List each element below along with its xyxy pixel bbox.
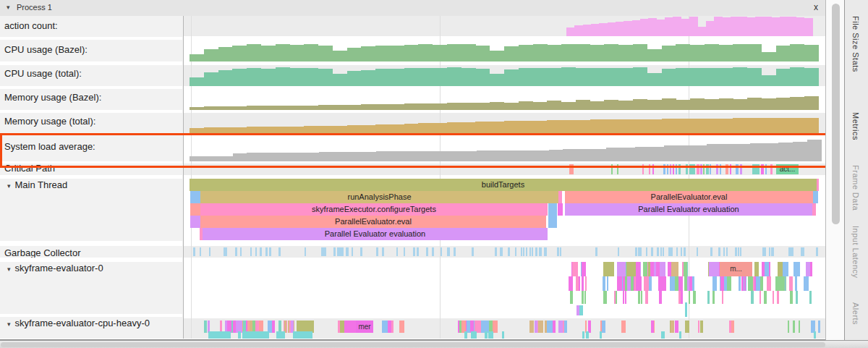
trace-event[interactable] [722,291,723,304]
trace-event[interactable] [293,331,299,339]
chart-bar-action-count[interactable] [599,23,608,36]
collapse-arrow-icon[interactable]: ▾ [7,182,11,190]
chart-bar-memory-usage-total-[interactable] [633,119,647,134]
chart-bar-cpu-usage-bazel-[interactable] [690,45,705,61]
chart-bar-cpu-usage-total-[interactable] [647,73,662,86]
trace-bar[interactable] [817,179,819,191]
chart-bar-memory-usage-total-[interactable] [690,119,705,134]
chart-bar-cpu-usage-bazel-[interactable] [590,45,605,61]
chart-bar-action-count[interactable] [681,19,690,36]
trace-event[interactable] [783,262,788,276]
chart-bar-cpu-usage-bazel-[interactable] [762,52,776,61]
chart-bar-memory-usage-total-[interactable] [333,126,347,134]
chart-bar-cpu-usage-total-[interactable] [662,69,676,86]
chart-bar-memory-usage-total-[interactable] [776,118,791,134]
close-icon[interactable]: x [812,2,820,12]
horizontal-scrollbar-thumb[interactable] [1,342,825,347]
trace-bar[interactable] [190,191,200,203]
trace-event[interactable] [643,262,647,276]
chart-bar-cpu-usage-bazel-[interactable] [662,46,676,61]
chart-bar-memory-usage-total-[interactable] [461,122,476,134]
trace-event[interactable] [585,276,587,291]
chart-bar-cpu-usage-bazel-[interactable] [461,44,476,61]
chart-bar-action-count[interactable] [739,17,747,36]
chart-bar-memory-usage-total-[interactable] [519,121,533,134]
critical-path-event[interactable] [765,164,767,174]
trace-event[interactable] [777,291,778,304]
chart-bar-system-load-average[interactable] [190,156,204,161]
trace-event[interactable] [675,321,678,333]
chart-bar-system-load-average[interactable] [477,150,491,161]
trace-event[interactable] [321,247,323,256]
chart-bar-system-load-average[interactable] [650,147,664,161]
trace-event[interactable] [265,247,267,256]
chart-bar-cpu-usage-bazel-[interactable] [333,51,347,61]
chart-bar-cpu-usage-bazel-[interactable] [733,44,747,61]
trace-bar[interactable] [558,203,563,216]
trace-event[interactable] [738,247,739,256]
chart-bar-action-count[interactable] [632,20,641,36]
trace-event[interactable] [765,262,769,276]
chart-bar-system-load-average[interactable] [736,144,750,161]
chart-bar-action-count[interactable] [566,27,575,36]
trace-event[interactable] [607,276,609,291]
chart-bar-cpu-usage-bazel-[interactable] [790,44,804,61]
chart-bar-memory-usage-total-[interactable] [232,127,247,134]
trace-event[interactable] [635,247,637,256]
chart-bar-system-load-average[interactable] [807,140,822,161]
critical-path-event[interactable] [670,164,671,174]
track-label-skyframe-evaluator-0[interactable]: ▾skyframe-evaluator-0 [7,263,103,275]
trace-event[interactable] [269,247,271,256]
trace-event[interactable] [485,331,488,339]
chart-bar-system-load-average[interactable] [535,150,549,162]
chart-bar-memory-usage-total-[interactable] [318,126,333,134]
trace-event[interactable] [376,247,378,256]
trace-event[interactable] [344,321,351,333]
chart-bar-memory-usage-total-[interactable] [475,122,490,134]
critical-path-event[interactable] [736,164,739,174]
trace-event[interactable] [767,276,771,291]
chart-bar-cpu-usage-bazel-[interactable] [289,45,304,61]
chart-bar-memory-usage-total-[interactable] [676,119,690,134]
chart-bar-memory-usage-total-[interactable] [490,122,504,134]
trace-event[interactable] [382,247,384,256]
chart-bar-cpu-usage-bazel-[interactable] [604,44,618,61]
trace-event[interactable] [684,247,686,256]
chart-bar-cpu-usage-total-[interactable] [418,68,433,86]
trace-bar[interactable] [548,216,557,228]
trace-event[interactable] [670,247,672,256]
trace-bar[interactable] [190,203,200,216]
chart-bar-system-load-average[interactable] [218,156,233,161]
trace-event[interactable] [806,262,810,276]
chart-bar-cpu-usage-total-[interactable] [590,68,605,86]
chart-bar-cpu-usage-total-[interactable] [519,68,533,86]
chart-bar-cpu-usage-total-[interactable] [490,74,504,86]
chart-bar-memory-usage-bazel-[interactable] [604,100,618,110]
tab-metrics[interactable]: Metrics [851,112,860,140]
trace-event[interactable] [681,291,683,304]
chart-bar-cpu-usage-bazel-[interactable] [804,45,819,61]
chart-bar-cpu-usage-total-[interactable] [447,67,461,86]
chart-bar-action-count[interactable] [771,17,780,36]
trace-event[interactable] [684,262,687,276]
chart-bar-action-count[interactable] [583,25,592,36]
critical-path-event[interactable] [611,164,613,174]
chart-bar-memory-usage-total-[interactable] [604,119,618,134]
trace-event[interactable] [641,291,642,304]
chart-bar-memory-usage-total-[interactable] [662,119,676,134]
trace-block[interactable] [685,302,687,317]
chart-bar-memory-usage-total-[interactable] [762,118,776,134]
trace-event[interactable] [515,247,516,256]
trace-event[interactable] [795,276,797,291]
chart-bar-cpu-usage-bazel-[interactable] [404,45,419,61]
chart-bar-system-load-average[interactable] [592,149,606,161]
chart-bar-cpu-usage-bazel-[interactable] [547,45,561,61]
chart-bar-action-count[interactable] [665,17,673,36]
chart-bar-cpu-usage-bazel-[interactable] [504,46,519,61]
chart-bar-action-count[interactable] [788,17,796,36]
chart-bar-action-count[interactable] [731,17,739,36]
trace-event[interactable] [277,331,285,339]
trace-event[interactable] [557,247,559,256]
trace-event[interactable] [679,331,681,339]
trace-event[interactable] [636,262,641,276]
